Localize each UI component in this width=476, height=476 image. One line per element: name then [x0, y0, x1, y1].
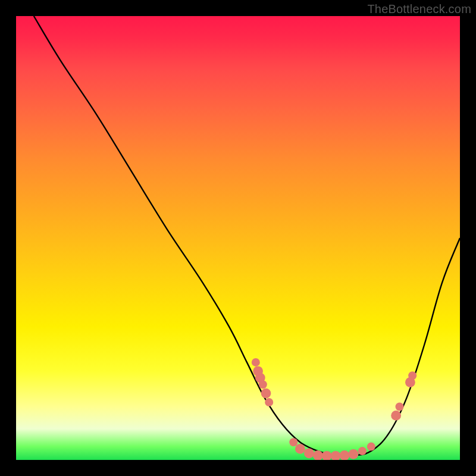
bottleneck-curve — [34, 16, 460, 456]
curve-marker — [408, 371, 416, 380]
curve-marker — [331, 451, 341, 460]
curve-marker — [396, 403, 404, 411]
watermark-text: TheBottleneck.com — [367, 2, 471, 16]
curve-marker — [391, 411, 401, 421]
curve-marker — [259, 380, 267, 389]
curve-marker — [304, 448, 314, 458]
curve-marker — [265, 398, 273, 406]
chart-svg — [16, 16, 460, 460]
curve-marker — [367, 443, 375, 451]
marker-group — [252, 358, 416, 460]
curve-marker — [349, 449, 359, 459]
curve-marker — [261, 389, 271, 399]
curve-marker — [252, 358, 260, 367]
curve-marker — [295, 444, 305, 454]
chart-frame: TheBottleneck.com — [0, 0, 476, 476]
curve-marker — [358, 447, 367, 455]
curve-marker — [340, 450, 350, 460]
curve-marker — [289, 438, 298, 446]
